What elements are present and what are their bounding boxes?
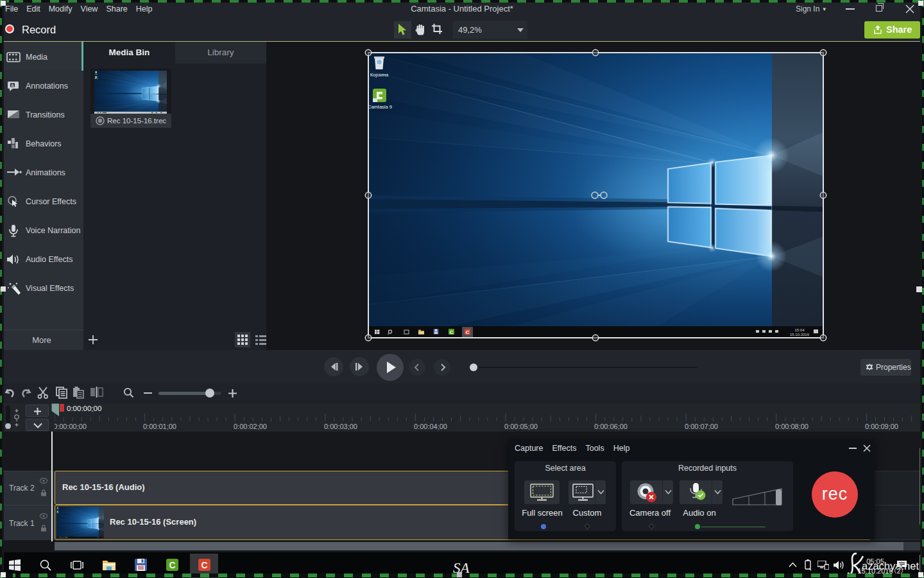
svg-text:0:00:04;00: 0:00:04;00: [414, 423, 447, 430]
svg-text:a: a: [12, 83, 14, 87]
svg-text:0:00:07;00: 0:00:07;00: [685, 423, 718, 430]
svg-text:0:00:06;00: 0:00:06;00: [594, 423, 628, 430]
svg-text:0:00:05;00: 0:00:05;00: [504, 423, 538, 430]
svg-text:C: C: [169, 560, 175, 570]
svg-text:0:00:08;00: 0:00:08;00: [775, 423, 809, 430]
svg-text:C: C: [201, 560, 207, 570]
svg-text:0:00:00;00: 0:00:00;00: [55, 423, 87, 430]
svg-text:0:00:03;00: 0:00:03;00: [324, 423, 357, 430]
svg-text:0:00:01;00: 0:00:01;00: [143, 423, 176, 430]
svg-text:0:00:02;00: 0:00:02;00: [234, 423, 267, 430]
svg-text:0:00:09;00: 0:00:09;00: [865, 423, 898, 430]
